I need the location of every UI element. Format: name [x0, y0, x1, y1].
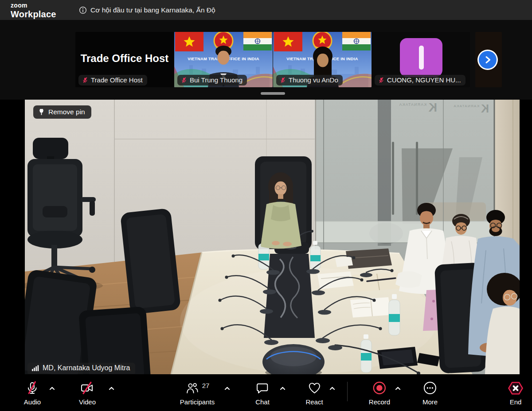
end-button[interactable]: End [507, 380, 524, 406]
react-menu-chevron[interactable] [328, 384, 336, 392]
heart-icon [307, 381, 321, 395]
person-front-right [485, 273, 520, 374]
svg-text:KARNATAKA: KARNATAKA [453, 104, 479, 108]
video-menu-chevron[interactable] [107, 384, 115, 392]
record-icon [372, 381, 387, 395]
more-button[interactable]: More [422, 380, 438, 406]
next-participants-button[interactable] [477, 50, 498, 70]
filmstrip-scrollbar[interactable] [261, 92, 285, 95]
participant-filmstrip: Trade Office Host Trade Office Host [0, 20, 532, 100]
participant-name-tag: Thuong vu AnDo [276, 75, 343, 85]
active-speaker-name-tag: MD, Karnataka Udyog Mitra [27, 363, 135, 374]
meeting-title: Cơ hội đầu tư tại bang Karnataka, Ấn Độ [90, 6, 215, 14]
toolbar-divider [347, 382, 348, 401]
participants-menu-chevron[interactable] [223, 384, 231, 392]
muted-mic-icon [82, 77, 88, 83]
pin-icon [38, 109, 45, 116]
glass-door-handle [416, 142, 418, 215]
video-tile-trade-office-host[interactable]: Trade Office Host Trade Office Host [75, 32, 174, 87]
pinned-video-main[interactable]: K KARNATAKA K KARNATAKA [25, 100, 520, 374]
chat-button[interactable]: Chat [255, 380, 270, 406]
participant-name-tag: CUONG, NGUYEN HU... [375, 75, 466, 85]
participant-name-tag: Trade Office Host [78, 75, 147, 85]
end-call-icon [507, 381, 524, 395]
remove-pin-button[interactable]: Remove pin [33, 105, 91, 119]
mic-muted-icon [25, 381, 39, 395]
record-menu-chevron[interactable] [394, 384, 402, 392]
svg-text:KARNATAKA: KARNATAKA [399, 102, 426, 107]
video-tile-thuong-vu-ando[interactable]: VIETNAM TRADE OFFICE IN INDIA Thuong vu … [273, 32, 372, 87]
more-icon [423, 381, 437, 395]
avatar-letter [419, 46, 424, 70]
audio-button[interactable]: Audio [24, 380, 41, 406]
conference-room-video: K KARNATAKA K KARNATAKA [25, 100, 520, 374]
logo-line1: zoom [11, 2, 56, 8]
muted-mic-icon [378, 77, 384, 83]
logo-line2: Workplace [11, 10, 56, 19]
participants-count: 27 [202, 382, 210, 389]
top-bar: zoom Workplace Cơ hội đầu tư tại bang Ka… [0, 0, 532, 20]
avatar [400, 38, 442, 77]
meeting-toolbar: Audio Video [0, 374, 532, 411]
info-icon[interactable] [79, 6, 87, 14]
participant-name-tag: Bui Trung Thuong [177, 75, 247, 85]
zoom-workplace-logo: zoom Workplace [11, 2, 56, 19]
video-tile-bui-trung-thuong[interactable]: VIETNAM TRADE OFFICE IN INDIA Bu [174, 32, 273, 87]
participants-icon [185, 381, 199, 395]
zoom-meeting-window: zoom Workplace Cơ hội đầu tư tại bang Ka… [0, 0, 532, 411]
svg-text:K: K [428, 101, 437, 114]
participants-button[interactable]: 27 Participants [180, 380, 215, 406]
shared-screen-label: Trade Office Host [81, 52, 169, 65]
video-button[interactable]: Video [79, 380, 96, 406]
svg-text:K: K [481, 102, 489, 115]
chat-menu-chevron[interactable] [278, 384, 286, 392]
audio-level-icon [31, 365, 39, 372]
record-button[interactable]: Record [369, 380, 390, 406]
chevron-right-icon [483, 55, 493, 65]
chat-icon [256, 381, 270, 395]
audio-menu-chevron[interactable] [48, 384, 56, 392]
video-tile-cuong-nguyen[interactable]: CUONG, NGUYEN HU... [372, 32, 470, 87]
muted-mic-icon [280, 77, 286, 83]
muted-mic-icon [181, 77, 187, 83]
office-chair-empty [120, 208, 181, 315]
glass-door-handle [392, 142, 394, 215]
react-button[interactable]: React [305, 380, 323, 406]
camera-muted-icon [80, 381, 95, 395]
